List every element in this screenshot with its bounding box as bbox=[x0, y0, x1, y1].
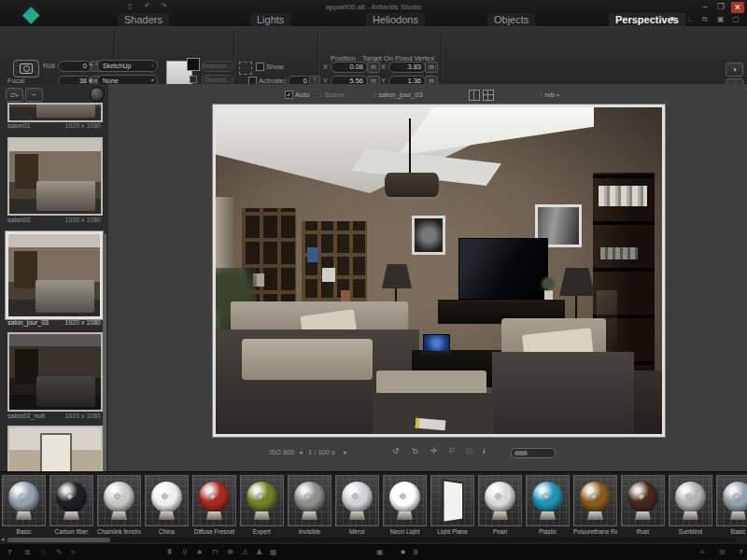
flag-icon[interactable]: ⚐ bbox=[448, 446, 456, 455]
material-tile[interactable]: ◆Neon Light bbox=[383, 475, 427, 535]
crop-icon[interactable]: ▢ bbox=[732, 15, 740, 23]
status-bar: ? ≣ ⌂ ✎ ≈ ♜ ⚲ ♣ ⊓ ☸ ♙ ♟ ▦ ▣ ★ 0 ≡ ⊞ ? bbox=[0, 544, 747, 560]
progress-slider-knob[interactable] bbox=[514, 451, 528, 455]
display-mode-dropdown[interactable]: rvb bbox=[545, 91, 555, 99]
add-view-button[interactable]: ▱+ bbox=[6, 88, 23, 102]
ruler-icon[interactable]: ∟ bbox=[687, 15, 695, 23]
view-thumbnail[interactable] bbox=[7, 332, 103, 412]
car-icon[interactable]: ☸ bbox=[227, 548, 233, 556]
updown-icon[interactable]: ↕ bbox=[540, 91, 543, 98]
background-color-swatch[interactable] bbox=[187, 58, 200, 71]
refine-icon[interactable]: ▦ bbox=[465, 446, 473, 455]
single-view-icon[interactable] bbox=[469, 90, 480, 101]
material-ball-icon: ◆ bbox=[485, 482, 515, 512]
snapshot-icon[interactable]: ▣ bbox=[717, 15, 725, 23]
view-dropdown[interactable]: salon_jour_03 bbox=[379, 91, 423, 99]
auto-checkbox[interactable]: ✓ bbox=[285, 91, 293, 99]
help-icon[interactable]: ? bbox=[7, 548, 11, 556]
chevron-down-icon[interactable]: ▼ bbox=[669, 15, 676, 23]
material-tile[interactable]: ◆Plastic bbox=[526, 475, 570, 535]
floorlamp-icon[interactable]: ⚲ bbox=[182, 548, 188, 556]
material-ball-icon: ◆ bbox=[342, 482, 373, 512]
tab-shaders[interactable]: Shaders bbox=[118, 13, 169, 26]
material-label: Plastic bbox=[526, 528, 570, 535]
roll-field[interactable]: 0 bbox=[58, 61, 92, 72]
heliodon-dropdown[interactable]: SketchUp bbox=[97, 60, 158, 72]
iso-label: ISO 800 bbox=[269, 448, 295, 456]
quad-view-icon[interactable] bbox=[483, 90, 494, 101]
exposure-next-button[interactable]: ▸ bbox=[344, 448, 347, 456]
view-thumbnail[interactable] bbox=[7, 426, 103, 475]
tgt-x-field[interactable]: 3.83 bbox=[388, 62, 426, 73]
progress-slider[interactable] bbox=[511, 448, 556, 458]
render-view[interactable] bbox=[216, 107, 662, 434]
daynight-button[interactable]: ◑ bbox=[726, 63, 743, 77]
info-icon[interactable]: i bbox=[483, 446, 486, 455]
material-tile[interactable]: ◆Diffuse Fresnel bbox=[192, 475, 236, 535]
catalog-scroll-left-arrow[interactable]: ◂ bbox=[1, 536, 5, 543]
armchair-icon[interactable]: ♜ bbox=[166, 548, 173, 556]
swap-swatch-icon[interactable] bbox=[190, 76, 197, 83]
catalog-scrollbar-thumb[interactable] bbox=[7, 538, 110, 542]
tab-lights[interactable]: Lights bbox=[250, 13, 290, 26]
show-checkbox[interactable] bbox=[256, 63, 264, 71]
close-button[interactable]: ✕ bbox=[731, 2, 744, 13]
person-icon[interactable]: ♙ bbox=[242, 548, 248, 556]
cart-icon[interactable]: ⊞ bbox=[719, 548, 726, 556]
material-tile[interactable]: ◆Basic bbox=[716, 475, 747, 535]
pos-x-field[interactable]: 0.08 bbox=[331, 62, 368, 73]
view-name: salon_jour_03 bbox=[7, 319, 49, 326]
material-tile[interactable]: ◆Basic bbox=[2, 475, 46, 535]
material-tile[interactable]: ◆Polyurethane Re... bbox=[573, 475, 617, 535]
pedestrian-icon[interactable]: ♟ bbox=[256, 548, 262, 556]
remove-view-button[interactable]: − bbox=[25, 88, 43, 102]
material-tile[interactable]: ◆Pearl bbox=[478, 475, 522, 535]
undo-render-icon[interactable]: ↺ bbox=[392, 446, 400, 455]
material-tile[interactable]: ◆Rust bbox=[621, 475, 665, 535]
bank-icon[interactable]: ⌂ bbox=[41, 548, 46, 556]
tab-heliodons[interactable]: Heliodons bbox=[366, 13, 425, 26]
updown-icon[interactable]: ↕ bbox=[319, 91, 323, 98]
material-label: Mirror bbox=[335, 528, 379, 535]
pencil-icon[interactable]: ✎ bbox=[56, 548, 63, 556]
material-label: Diffuse Fresnel bbox=[192, 528, 236, 535]
inspector-toolbar: Roll 0 ° Focal 38 mm ? salon_jour_03 ☀ ◉… bbox=[0, 26, 747, 85]
timer-icon[interactable]: ◔ bbox=[657, 15, 662, 23]
table-icon[interactable]: ⊓ bbox=[212, 548, 218, 556]
material-tile[interactable]: ◆Sunblind bbox=[669, 475, 712, 535]
help-icon[interactable]: ? bbox=[739, 548, 742, 556]
material-tile[interactable]: ◆Expert bbox=[240, 475, 284, 535]
star-icon[interactable]: ★ bbox=[400, 548, 406, 556]
material-tile[interactable]: ◆China bbox=[145, 475, 189, 535]
view-thumbnail-selected[interactable] bbox=[6, 231, 103, 319]
material-tile[interactable]: ◆Chainlink fencing bbox=[97, 475, 141, 535]
picture-icon[interactable]: ▣ bbox=[376, 548, 384, 556]
tab-objects[interactable]: Objects bbox=[487, 13, 535, 26]
insertion-button[interactable]: Insertion... bbox=[202, 61, 233, 72]
view-size: 1920 x 1080 bbox=[64, 217, 101, 223]
list-icon[interactable]: ≡ bbox=[700, 548, 705, 556]
pages-icon[interactable]: ⧉ bbox=[702, 15, 708, 24]
catalog-scrollbar[interactable] bbox=[7, 538, 736, 542]
view-thumbnail[interactable] bbox=[7, 137, 103, 216]
pan-icon[interactable]: ✛ bbox=[430, 446, 438, 455]
camera-button[interactable] bbox=[13, 60, 39, 77]
material-panel-icon bbox=[442, 479, 463, 524]
updown-icon[interactable]: ↕ bbox=[374, 91, 377, 98]
view-thumbnail[interactable] bbox=[7, 103, 103, 122]
tree-icon[interactable]: ♣ bbox=[197, 548, 202, 556]
zoom-icon[interactable]: ⚲ bbox=[409, 445, 420, 456]
layers-icon[interactable]: ≣ bbox=[24, 548, 31, 556]
building-icon[interactable]: ▦ bbox=[270, 548, 277, 556]
material-tile[interactable]: ◆Carbon fiber bbox=[49, 475, 93, 535]
maximize-button[interactable]: ❐ bbox=[714, 2, 727, 11]
material-tile[interactable]: ◆Invisible bbox=[288, 475, 331, 535]
target-updown-icon[interactable]: ↕ bbox=[432, 54, 436, 61]
scene-dropdown[interactable]: Scène bbox=[325, 91, 345, 99]
exposure-prev-button[interactable]: ◂ bbox=[299, 448, 303, 456]
material-tile[interactable]: Light Plane bbox=[430, 475, 474, 535]
display-toggle-knob[interactable] bbox=[90, 87, 105, 102]
material-tile[interactable]: ◆Mirror bbox=[335, 475, 379, 535]
wave-icon[interactable]: ≈ bbox=[71, 548, 75, 556]
minimize-button[interactable]: – bbox=[698, 2, 712, 11]
